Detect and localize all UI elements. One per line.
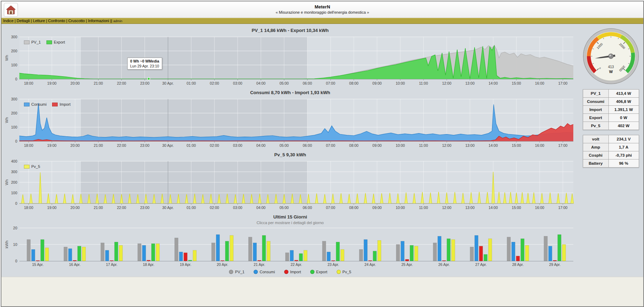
bar-consumi[interactable]	[32, 249, 35, 261]
bar-pv_5[interactable]	[82, 247, 86, 261]
nav-item-confronto[interactable]: Confronto	[45, 19, 65, 23]
bar-pv_1[interactable]	[323, 241, 326, 261]
bar-export[interactable]	[41, 240, 44, 261]
bar-import[interactable]	[406, 259, 409, 261]
bar-consumi[interactable]	[179, 252, 183, 261]
bar-import[interactable]	[73, 260, 77, 261]
bar-consumi[interactable]	[475, 235, 478, 261]
bar-export[interactable]	[299, 254, 303, 261]
bar-group-24-apr-[interactable]	[359, 240, 381, 261]
nav-item-cruscotto[interactable]: Cruscotto	[65, 19, 85, 23]
bar-import[interactable]	[147, 260, 151, 261]
consumi-import-chart-canvas[interactable]: 18:0019:0020:0021:0022:0023:0030 Apr.01:…	[4, 96, 577, 149]
bar-consumi[interactable]	[364, 240, 368, 261]
bar-group-22-apr-[interactable]	[286, 250, 307, 261]
bar-export[interactable]	[225, 241, 229, 261]
bar-pv_1[interactable]	[470, 247, 474, 261]
last-15-days-chart-canvas[interactable]: 15 Apr.16 Apr.17 Apr.18 Apr.19 Apr.20 Ap…	[4, 226, 577, 268]
bar-pv_1[interactable]	[507, 237, 511, 261]
bar-consumi[interactable]	[290, 250, 294, 261]
bar-pv_5[interactable]	[119, 245, 123, 261]
bar-pv_1[interactable]	[27, 240, 31, 261]
home-button[interactable]	[4, 3, 18, 17]
bar-import[interactable]	[516, 256, 520, 261]
bar-pv_1[interactable]	[544, 236, 548, 261]
bar-pv_1[interactable]	[433, 243, 437, 261]
nav-item-dettagli[interactable]: Dettagli	[13, 19, 30, 23]
bar-import[interactable]	[332, 261, 335, 261]
bar-pv_1[interactable]	[175, 238, 178, 261]
bar-import[interactable]	[110, 261, 114, 261]
bar-group-23-apr-[interactable]	[323, 241, 344, 261]
bar-group-26-apr-[interactable]	[433, 236, 455, 261]
bar-consumi[interactable]	[69, 249, 72, 261]
bar-pv_1[interactable]	[359, 249, 363, 261]
bar-pv_5[interactable]	[562, 244, 566, 261]
bar-consumi[interactable]	[512, 242, 515, 261]
bar-pv_5[interactable]	[193, 250, 197, 261]
bar-import[interactable]	[479, 246, 483, 261]
bar-pv_5[interactable]	[45, 248, 49, 261]
bar-consumi[interactable]	[216, 235, 220, 261]
nav-item-indice[interactable]: Indice	[3, 19, 13, 23]
bar-pv_1[interactable]	[396, 244, 400, 261]
bar-pv_5[interactable]	[525, 245, 529, 261]
bar-import[interactable]	[295, 260, 298, 261]
bar-export[interactable]	[262, 235, 266, 261]
bar-export[interactable]	[336, 242, 340, 261]
pv1-export-chart-canvas[interactable]: 18:0019:0020:0021:0022:0023:0030 Apr.01:…	[4, 34, 577, 87]
bar-pv_1[interactable]	[64, 247, 68, 261]
bar-consumi[interactable]	[253, 243, 257, 261]
bar-import[interactable]	[221, 261, 224, 261]
bar-group-25-apr-[interactable]	[396, 241, 418, 261]
bar-group-20-apr-[interactable]	[212, 235, 234, 261]
bar-pv_5[interactable]	[489, 239, 492, 261]
bar-consumi[interactable]	[549, 246, 552, 261]
bar-consumi[interactable]	[401, 241, 404, 261]
bar-export[interactable]	[152, 244, 155, 261]
bar-pv_1[interactable]	[249, 237, 252, 261]
bar-export[interactable]	[410, 245, 414, 261]
bar-consumi[interactable]	[327, 252, 331, 261]
bar-export[interactable]	[115, 242, 118, 261]
pv5-chart-canvas[interactable]: 18:0019:0020:0021:0022:0023:0030 Apr.01:…	[4, 158, 577, 211]
bar-import[interactable]	[258, 260, 261, 261]
bar-pv_1[interactable]	[212, 243, 215, 261]
nav-item-informazioni[interactable]: Informazioni	[85, 19, 109, 23]
bar-group-21-apr-[interactable]	[249, 235, 270, 261]
bar-pv_5[interactable]	[304, 250, 307, 261]
bar-consumi[interactable]	[106, 250, 109, 261]
bar-export[interactable]	[78, 246, 81, 261]
bar-group-15-apr-[interactable]	[27, 240, 49, 261]
bar-group-16-apr-[interactable]	[64, 246, 86, 261]
bar-pv_5[interactable]	[267, 241, 270, 261]
bar-group-18-apr-[interactable]	[138, 244, 160, 261]
bar-export[interactable]	[484, 254, 487, 261]
bar-pv_5[interactable]	[156, 244, 160, 261]
bar-import[interactable]	[553, 260, 557, 261]
nav-item-letture[interactable]: Letture	[30, 19, 45, 23]
bar-import[interactable]	[36, 261, 40, 261]
bar-import[interactable]	[442, 261, 446, 261]
bar-export[interactable]	[558, 235, 561, 261]
bar-group-29-apr-[interactable]	[544, 235, 566, 261]
bar-group-28-apr-[interactable]	[507, 237, 529, 261]
bar-export[interactable]	[521, 239, 524, 261]
bar-pv_1[interactable]	[101, 243, 104, 261]
bar-import[interactable]	[369, 261, 372, 261]
bar-group-27-apr-[interactable]	[470, 235, 492, 261]
bar-pv_5[interactable]	[415, 246, 418, 261]
bar-export[interactable]	[189, 260, 192, 261]
bar-pv_5[interactable]	[230, 235, 234, 261]
bar-pv_5[interactable]	[341, 249, 344, 261]
bar-group-19-apr-[interactable]	[175, 238, 197, 261]
bar-consumi[interactable]	[438, 236, 441, 261]
bar-pv_1[interactable]	[286, 253, 289, 261]
bar-pv_1[interactable]	[138, 244, 141, 261]
bar-export[interactable]	[447, 239, 451, 261]
bar-pv_5[interactable]	[378, 240, 381, 261]
bar-group-17-apr-[interactable]	[101, 242, 123, 261]
bar-pv_5[interactable]	[452, 240, 455, 261]
bar-consumi[interactable]	[142, 245, 146, 261]
bar-export[interactable]	[373, 251, 377, 261]
